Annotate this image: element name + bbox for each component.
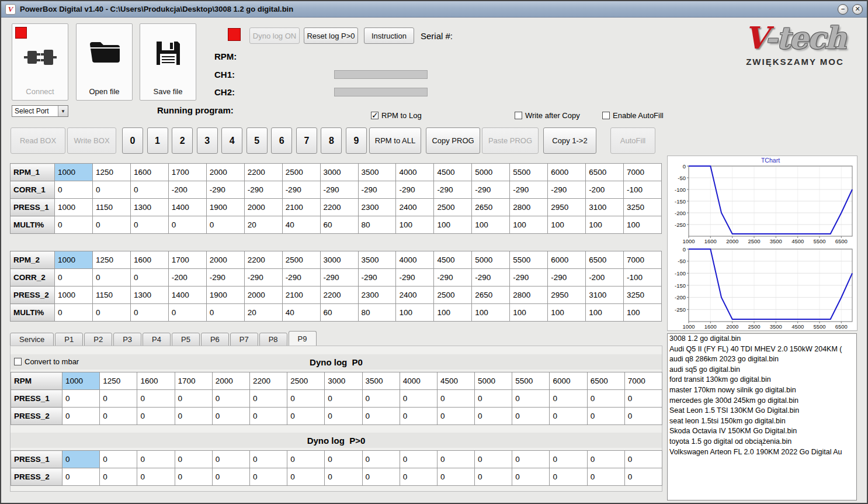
table-cell[interactable]: 0 (92, 269, 130, 286)
table-cell[interactable]: 40 (282, 304, 320, 322)
dyno-log-on-button[interactable]: Dyno log ON (249, 27, 300, 44)
table-cell[interactable]: 100 (396, 304, 434, 322)
table-cell[interactable]: 1150 (92, 199, 130, 216)
table-cell[interactable]: 20 (244, 216, 282, 234)
tab[interactable]: P9 (289, 331, 317, 346)
table-cell[interactable]: -100 (624, 269, 662, 286)
table-cell[interactable]: 100 (434, 216, 472, 234)
digit-button[interactable]: 5 (246, 127, 268, 154)
table-cell[interactable]: 1300 (130, 286, 168, 304)
table-cell[interactable]: -200 (586, 269, 624, 286)
table-cell[interactable]: 0 (92, 304, 130, 322)
table-cell[interactable]: 100 (434, 304, 472, 322)
table-cell[interactable]: 2650 (472, 199, 510, 216)
rpm-to-log-checkbox[interactable]: RPM to Log (371, 111, 422, 120)
table-cell[interactable]: 0 (168, 216, 206, 234)
write-after-copy-checkbox[interactable]: Write after Copy (515, 111, 580, 120)
table-cell[interactable]: 5500 (510, 251, 548, 269)
table-cell[interactable]: -290 (548, 269, 586, 286)
file-list-item[interactable]: audi q8 286km 2023 go digital.bin (668, 354, 856, 365)
table-cell[interactable]: 1000 (55, 164, 93, 181)
table-cell[interactable]: 1900 (206, 199, 244, 216)
table-cell[interactable]: 1250 (92, 251, 130, 269)
table-cell[interactable]: 2300 (358, 199, 396, 216)
table-cell[interactable]: 5000 (472, 164, 510, 181)
table-cell[interactable]: 3100 (586, 286, 624, 304)
table-cell[interactable]: 0 (512, 408, 550, 425)
table-cell[interactable]: 0 (475, 390, 512, 408)
table-cell[interactable]: 2500 (434, 286, 472, 304)
digit-button[interactable]: 1 (147, 127, 168, 154)
table-cell[interactable]: 5500 (510, 164, 548, 181)
table-cell[interactable]: 2500 (287, 372, 325, 390)
table-cell[interactable]: 4500 (434, 251, 472, 269)
table-cell[interactable]: 2400 (396, 199, 434, 216)
table-cell[interactable]: 3250 (624, 199, 662, 216)
table-cell[interactable]: 4500 (437, 372, 474, 390)
table-cell[interactable]: 2100 (282, 286, 320, 304)
table-cell[interactable]: 1300 (130, 199, 168, 216)
table-cell[interactable]: 0 (92, 181, 130, 199)
digit-button[interactable]: 2 (172, 127, 193, 154)
table-cell[interactable]: 0 (550, 390, 587, 408)
table-cell[interactable]: 1600 (130, 251, 168, 269)
convert-to-mbar-checkbox[interactable]: Convert to mbar (14, 357, 79, 366)
table-cell[interactable]: -290 (548, 181, 586, 199)
chevron-down-icon[interactable]: ▼ (58, 106, 68, 116)
table-cell[interactable]: 4000 (396, 251, 434, 269)
table-cell[interactable]: 0 (325, 468, 362, 486)
table-cell[interactable]: 0 (175, 390, 212, 408)
table-cell[interactable]: 2950 (548, 199, 586, 216)
table-cell[interactable]: 0 (362, 468, 400, 486)
table-cell[interactable]: 2800 (510, 199, 548, 216)
table-cell[interactable]: 20 (244, 304, 282, 322)
table-cell[interactable]: 0 (175, 468, 212, 486)
table-cell[interactable]: 0 (100, 390, 137, 408)
table-cell[interactable]: 0 (437, 408, 474, 425)
table-cell[interactable]: 2000 (244, 286, 282, 304)
table-cell[interactable]: 1250 (100, 372, 137, 390)
table-cell[interactable]: 1700 (168, 251, 206, 269)
table-cell[interactable]: 0 (475, 408, 512, 425)
table-cell[interactable]: 4000 (396, 164, 434, 181)
autofill-button[interactable]: AutoFill (610, 127, 655, 154)
table-cell[interactable]: 100 (510, 216, 548, 234)
table-cell[interactable]: 100 (510, 304, 548, 322)
table-cell[interactable]: 3100 (586, 199, 624, 216)
table-cell[interactable]: 0 (137, 408, 175, 425)
table-cell[interactable]: 0 (287, 468, 325, 486)
digit-button[interactable]: 3 (197, 127, 218, 154)
table-cell[interactable]: 0 (137, 451, 175, 468)
digit-button[interactable]: 6 (271, 127, 292, 154)
table-cell[interactable]: 0 (175, 408, 212, 425)
table-cell[interactable]: 100 (586, 304, 624, 322)
table-cell[interactable]: 0 (168, 304, 206, 322)
file-list-item[interactable]: audi sq5 go digital.bin (668, 365, 856, 375)
table-cell[interactable]: 2200 (249, 372, 287, 390)
table-cell[interactable]: 0 (63, 451, 100, 468)
table-cell[interactable]: 0 (362, 451, 400, 468)
table-cell[interactable]: 2200 (244, 164, 282, 181)
table-cell[interactable]: 0 (437, 468, 474, 486)
table-cell[interactable]: 0 (212, 408, 249, 425)
table-cell[interactable]: 0 (206, 216, 244, 234)
table-cell[interactable]: 6500 (586, 164, 624, 181)
table-cell[interactable]: 0 (587, 390, 624, 408)
table-cell[interactable]: 6500 (586, 251, 624, 269)
table-cell[interactable]: -290 (320, 269, 358, 286)
table-cell[interactable]: 0 (550, 408, 587, 425)
table-cell[interactable]: 3000 (320, 164, 358, 181)
table-cell[interactable]: 2200 (320, 199, 358, 216)
table-cell[interactable]: 2100 (282, 199, 320, 216)
table-cell[interactable]: 6000 (548, 251, 586, 269)
table-cell[interactable]: 0 (63, 468, 100, 486)
close-button[interactable]: ✕ (852, 4, 863, 15)
table-cell[interactable]: 1700 (168, 164, 206, 181)
table-cell[interactable]: 0 (400, 451, 437, 468)
table-cell[interactable]: 0 (400, 390, 437, 408)
table-cell[interactable]: 0 (587, 451, 624, 468)
tab[interactable]: P5 (172, 333, 200, 346)
table-cell[interactable]: 2000 (206, 164, 244, 181)
table-cell[interactable]: 3000 (325, 372, 362, 390)
open-file-button[interactable]: Open file (76, 23, 133, 101)
